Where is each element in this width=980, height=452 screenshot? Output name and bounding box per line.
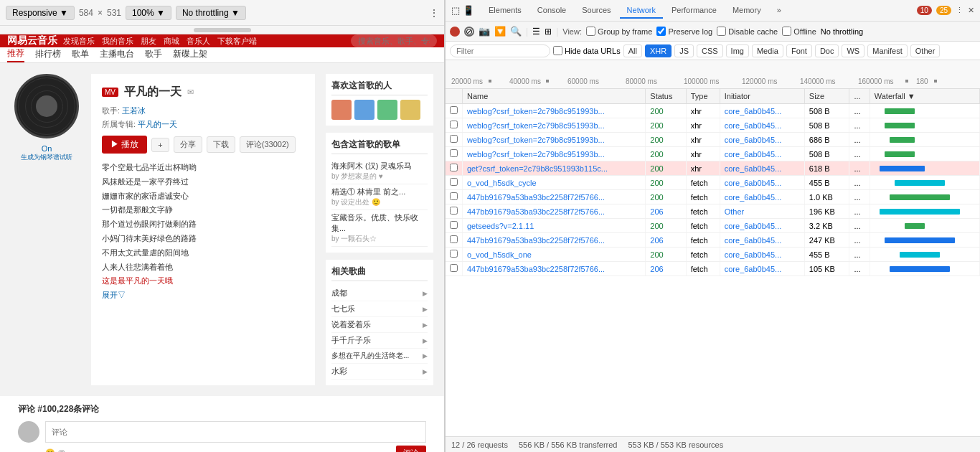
row-more[interactable]: ... [849, 233, 870, 248]
download-button[interactable]: 下载 [207, 136, 235, 153]
filter-img[interactable]: Img [726, 44, 749, 57]
filter-other[interactable]: Other [910, 44, 941, 57]
row-more[interactable]: ... [849, 248, 870, 262]
recommend-item-5[interactable]: 多想在平凡的生活终老...▶ [331, 349, 428, 364]
horizontal-scrollbar[interactable] [0, 26, 444, 34]
devtools-more-icon[interactable]: ⋮ [956, 6, 963, 15]
row-checkbox[interactable] [446, 190, 463, 204]
preserve-log-label[interactable]: Preserve log [656, 27, 712, 36]
hide-data-checkbox[interactable] [553, 46, 562, 55]
lyrics-expand[interactable]: 展开▽ [102, 288, 304, 303]
filter-manifest[interactable]: Manifest [867, 44, 908, 57]
comment-input[interactable] [45, 421, 426, 443]
singer-link[interactable]: 王若冰 [122, 106, 146, 115]
comment-button[interactable]: 评论(33002) [240, 136, 296, 153]
table-row[interactable]: 447bb91679a53ba93bc2258f72f5766... 200 f… [446, 190, 980, 204]
table-row[interactable]: weblog?csrf_token=2c79b8c951993b... 200 … [446, 133, 980, 147]
table-row[interactable]: 447bb91679a53ba93bc2258f72f5766... 206 f… [446, 204, 980, 219]
table-row[interactable]: getseeds?v=2.1.11 200 fetch core_6ab0b45… [446, 219, 980, 233]
row-more[interactable]: ... [849, 133, 870, 147]
nav-my-music[interactable]: 我的音乐 [102, 36, 133, 47]
recommend-item-6[interactable]: 水彩▶ [331, 364, 428, 380]
recommend-item-1[interactable]: 成都▶ [331, 286, 428, 301]
hide-data-label[interactable]: Hide data URLs [553, 46, 621, 55]
filter-doc[interactable]: Doc [815, 44, 839, 57]
nav-artists[interactable]: 音乐人 [187, 36, 210, 47]
row-more[interactable]: ... [849, 161, 870, 176]
playlist-item-1[interactable]: 海来阿木 (汉) 灵魂乐马by 梦想家是的 ♥ [331, 159, 428, 184]
tab-more[interactable]: » [770, 3, 788, 19]
subnav-charts[interactable]: 排行榜 [35, 48, 61, 62]
devtools-close-icon[interactable]: ✕ [968, 6, 974, 15]
table-row[interactable]: 447bb91679a53ba93bc2258f72f5766... 206 f… [446, 262, 980, 276]
subnav-recommend[interactable]: 推荐 [7, 47, 24, 62]
filter-js[interactable]: JS [674, 44, 694, 57]
row-more[interactable]: ... [849, 104, 870, 118]
recommend-item-2[interactable]: 七七乐▶ [331, 301, 428, 317]
filter-icon[interactable]: 🔽 [494, 26, 506, 37]
recommend-item-4[interactable]: 手千斤子乐▶ [331, 333, 428, 349]
throttle-button[interactable]: No throttling ▼ [176, 6, 246, 20]
camera-icon[interactable]: 📷 [479, 26, 490, 37]
add-button[interactable]: + [151, 138, 169, 152]
col-type[interactable]: Type [686, 89, 720, 104]
row-checkbox[interactable] [446, 233, 463, 248]
table-row[interactable]: o_vod_h5sdk_one 200 fetch core_6ab0b45..… [446, 248, 980, 262]
table-row[interactable]: 447bb91679a53ba93bc2258f72f5766... 206 f… [446, 233, 980, 248]
row-checkbox[interactable] [446, 104, 463, 118]
play-button[interactable]: ▶ 播放 [102, 136, 147, 154]
row-more[interactable]: ... [849, 118, 870, 133]
row-more[interactable]: ... [849, 190, 870, 204]
table-row[interactable]: o_vod_h5sdk_cycle 200 fetch core_6ab0b45… [446, 176, 980, 190]
row-more[interactable]: ... [849, 147, 870, 161]
nav-download[interactable]: 下载客户端 [217, 36, 257, 47]
tab-elements[interactable]: Elements [481, 3, 529, 19]
row-checkbox[interactable] [446, 219, 463, 233]
tab-performance[interactable]: Performance [664, 3, 724, 19]
filter-all[interactable]: All [623, 44, 642, 57]
nav-discover[interactable]: 发现音乐 [63, 36, 95, 47]
filter-font[interactable]: Font [786, 44, 812, 57]
disable-cache-label[interactable]: Disable cache [717, 27, 778, 36]
tab-sources[interactable]: Sources [575, 3, 618, 19]
row-checkbox[interactable] [446, 204, 463, 219]
tab-network[interactable]: Network [620, 3, 663, 19]
zoom-button[interactable]: 100% ▼ [126, 6, 171, 20]
row-checkbox[interactable] [446, 161, 463, 176]
nav-store[interactable]: 商城 [164, 36, 179, 47]
disable-cache-checkbox[interactable] [717, 27, 726, 36]
music-search-input[interactable] [351, 34, 437, 47]
share-button[interactable]: 分享 [174, 136, 202, 153]
nav-friends[interactable]: 朋友 [141, 36, 156, 47]
devtools-device-icon[interactable]: 📱 [463, 5, 474, 16]
subnav-artists[interactable]: 歌手 [145, 48, 162, 62]
search-icon[interactable]: 🔍 [510, 26, 522, 37]
album-link[interactable]: 平凡的一天 [138, 120, 177, 128]
row-more[interactable]: ... [849, 262, 870, 276]
row-more[interactable]: ... [849, 176, 870, 190]
col-size[interactable]: Size [804, 89, 849, 104]
share-icon[interactable]: ✉ [187, 88, 194, 97]
filter-xhr[interactable]: XHR [645, 44, 672, 57]
table-row[interactable]: weblog?csrf_token=2c79b8c951993b... 200 … [446, 147, 980, 161]
more-icon[interactable]: ⋮ [430, 8, 438, 18]
col-initiator[interactable]: Initiator [720, 89, 804, 104]
playlist-item-2[interactable]: 精选① 林肯里 前之...by 设定出处 🙂 [331, 184, 428, 210]
subnav-radio[interactable]: 主播电台 [100, 48, 134, 62]
row-checkbox[interactable] [446, 118, 463, 133]
group-by-frame-label[interactable]: Group by frame [586, 27, 652, 36]
responsive-button[interactable]: Responsive ▼ [6, 6, 75, 20]
subnav-playlists[interactable]: 歌单 [72, 48, 89, 62]
recommend-item-3[interactable]: 说着爱着乐▶ [331, 317, 428, 333]
subnav-albums[interactable]: 新碟上架 [173, 48, 207, 62]
row-more[interactable]: ... [849, 219, 870, 233]
preserve-log-checkbox[interactable] [656, 27, 666, 36]
tab-memory[interactable]: Memory [725, 3, 768, 19]
view-large-icon[interactable]: ⊞ [545, 27, 552, 37]
row-checkbox[interactable] [446, 176, 463, 190]
offline-checkbox[interactable] [782, 27, 791, 36]
network-table-wrap[interactable]: Name Status Type Initiator Size ... Wate… [446, 89, 980, 436]
view-list-icon[interactable]: ☰ [532, 27, 540, 37]
filter-css[interactable]: CSS [697, 44, 723, 57]
comment-submit-button[interactable]: 评论 [396, 446, 426, 452]
